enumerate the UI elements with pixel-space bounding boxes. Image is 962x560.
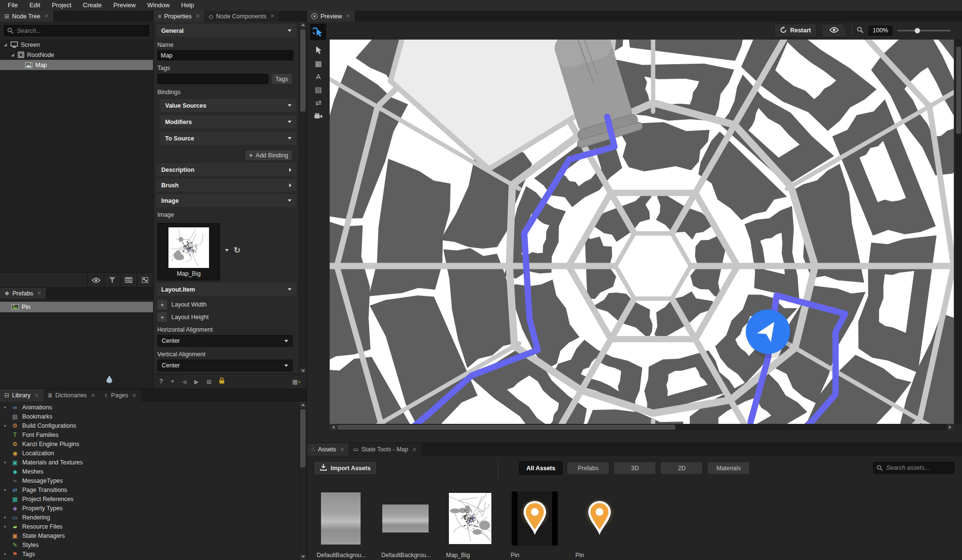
library-item-property-types[interactable]: ◈Property Types [0, 504, 299, 513]
tab-node-tree[interactable]: ⊞ Node Tree ✕ [0, 11, 53, 22]
assets-search-input[interactable] [885, 464, 951, 472]
library-item-messagetypes[interactable]: ≈MessageTypes [0, 476, 299, 485]
tab-properties[interactable]: ≡ Properties ✕ [153, 11, 204, 22]
section-brush[interactable]: Brush [156, 179, 296, 192]
menu-create[interactable]: Create [77, 0, 108, 11]
filter-all-assets[interactable]: All Assets [519, 462, 563, 475]
library-item-page-transitions[interactable]: ▸⇄Page Transitions [0, 485, 299, 494]
add-layout-width-button[interactable]: + [157, 300, 167, 309]
scroll-right-button[interactable] [947, 424, 954, 431]
text-tool[interactable]: A [307, 70, 330, 83]
prefab-item-pin[interactable]: Pin [0, 302, 153, 312]
library-item-build-configurations[interactable]: ▸⚙Build Configurations [0, 421, 299, 430]
library-item-project-references[interactable]: ▦Project References [0, 494, 299, 504]
library-item-bookmarks[interactable]: ▤Bookmarks [0, 412, 299, 421]
expander-icon[interactable]: ◢ [3, 42, 8, 47]
layers-tool[interactable]: ▤ [307, 83, 330, 96]
section-description[interactable]: Description [156, 163, 296, 176]
expander-icon[interactable]: ▸ [3, 405, 8, 409]
scroll-left-button[interactable] [330, 424, 337, 431]
scrollbar-thumb[interactable] [956, 47, 961, 134]
scrollbar-thumb[interactable] [300, 29, 306, 112]
tags-field[interactable] [157, 74, 268, 84]
menu-project[interactable]: Project [46, 0, 77, 11]
analyze-button[interactable] [822, 24, 847, 37]
filter-3d[interactable]: 3D [613, 462, 656, 475]
library-item-resource-files[interactable]: ▸▰Resource Files [0, 522, 299, 531]
close-icon[interactable]: ✕ [34, 392, 39, 399]
close-icon[interactable]: ✕ [44, 13, 48, 19]
import-assets-button[interactable]: Import Assets [314, 461, 377, 475]
menu-window[interactable]: Window [141, 0, 175, 11]
section-layout-item[interactable]: Layout.Item [156, 283, 296, 296]
close-icon[interactable]: ✕ [132, 392, 137, 399]
close-icon[interactable]: ✕ [270, 13, 275, 19]
tab-dictionaries[interactable]: ≣ Dictionaries ✕ [43, 389, 100, 402]
tab-assets[interactable]: ∴ Assets ✕ [307, 443, 349, 456]
scroll-down-button[interactable] [299, 554, 307, 560]
camera-tool[interactable] [307, 109, 330, 122]
visibility-toggle-button[interactable] [87, 273, 104, 287]
tags-button[interactable]: Tags [271, 73, 293, 84]
lock-icon[interactable] [219, 378, 224, 385]
menu-preview[interactable]: Preview [108, 0, 141, 11]
asset-card-4[interactable]: Pin [575, 491, 627, 559]
library-item-materials-and-textures[interactable]: ▸▣Materials and Textures [0, 458, 299, 467]
add-layout-height-button[interactable]: + [157, 312, 167, 322]
tab-pages[interactable]: ♁ Pages ✕ [99, 389, 141, 402]
tab-state-tools[interactable]: ▭ State Tools - Map ✕ [349, 443, 421, 456]
help-icon[interactable]: ? [159, 378, 163, 385]
expander-icon[interactable]: ▸ [3, 515, 8, 519]
name-field[interactable] [157, 50, 293, 60]
expander-icon[interactable]: ◢ [10, 53, 15, 57]
scroll-up-button[interactable] [299, 402, 307, 408]
restart-button[interactable]: Restart [774, 24, 817, 37]
image-resource-picker[interactable]: Map_Big [157, 223, 220, 280]
library-item-styles[interactable]: ✎Styles [0, 540, 299, 549]
branch-tool[interactable]: ⇄ [307, 96, 330, 109]
close-icon[interactable]: ✕ [340, 447, 344, 453]
checkerboard-button[interactable] [120, 273, 137, 287]
paint-drop-icon[interactable] [106, 376, 112, 385]
library-item-state-managers[interactable]: ▣State Managers [0, 531, 299, 540]
tab-node-components[interactable]: ◇ Node Components ✕ [204, 11, 279, 22]
select-tool[interactable] [307, 44, 330, 57]
expander-icon[interactable]: ▸ [3, 423, 8, 428]
tab-preview[interactable]: Preview ✕ [307, 11, 355, 22]
library-item-font-families[interactable]: TFont Families [0, 430, 299, 439]
assets-search[interactable] [873, 462, 954, 474]
expander-icon[interactable]: ▸ [3, 488, 8, 492]
scroll-up-button[interactable] [299, 22, 307, 28]
filter-materials[interactable]: Materials [707, 462, 750, 475]
library-item-kanzi-engine-plugins[interactable]: ⚙Kanzi Engine Plugins [0, 439, 299, 448]
grid-tool[interactable]: ▦ [307, 57, 330, 70]
menu-edit[interactable]: Edit [24, 0, 46, 11]
library-scrollbar[interactable] [299, 402, 307, 560]
add-table-icon[interactable]: ▦+ [292, 378, 301, 385]
asset-card-0[interactable]: DefaultBackgrou... [317, 491, 368, 559]
filter-prefabs[interactable]: Prefabs [567, 462, 609, 475]
tree-item-rootnode[interactable]: ◢RootNode [0, 50, 153, 60]
transparency-button[interactable] [137, 273, 153, 287]
close-icon[interactable]: ✕ [195, 13, 200, 19]
zoom-slider-thumb[interactable] [915, 28, 920, 33]
section-general[interactable]: General [156, 24, 296, 37]
node-tree-search[interactable] [4, 25, 149, 36]
library-item-meshes[interactable]: ◆Meshes [0, 467, 299, 476]
forward-icon[interactable]: ▶ [194, 378, 199, 385]
section-image[interactable]: Image [156, 194, 296, 207]
menu-help[interactable]: Help [175, 0, 200, 11]
interact-tool[interactable] [310, 24, 326, 40]
expander-icon[interactable]: ▸ [3, 524, 8, 529]
tree-item-screen[interactable]: ◢Screen [0, 40, 153, 50]
menu-file[interactable]: File [2, 0, 24, 11]
horizontal-alignment-select[interactable]: Center [157, 335, 293, 347]
search-input[interactable] [16, 27, 146, 35]
tab-library[interactable]: ⊟ Library ✕ [0, 389, 43, 402]
zoom-level[interactable]: 100% [868, 26, 892, 36]
preview-hscrollbar[interactable] [330, 424, 954, 431]
properties-scrollbar[interactable] [299, 22, 307, 374]
binding-group-modifiers[interactable]: Modifiers [160, 115, 296, 128]
library-item-rendering[interactable]: ▸▭Rendering [0, 513, 299, 522]
zoom-slider[interactable] [897, 30, 950, 31]
